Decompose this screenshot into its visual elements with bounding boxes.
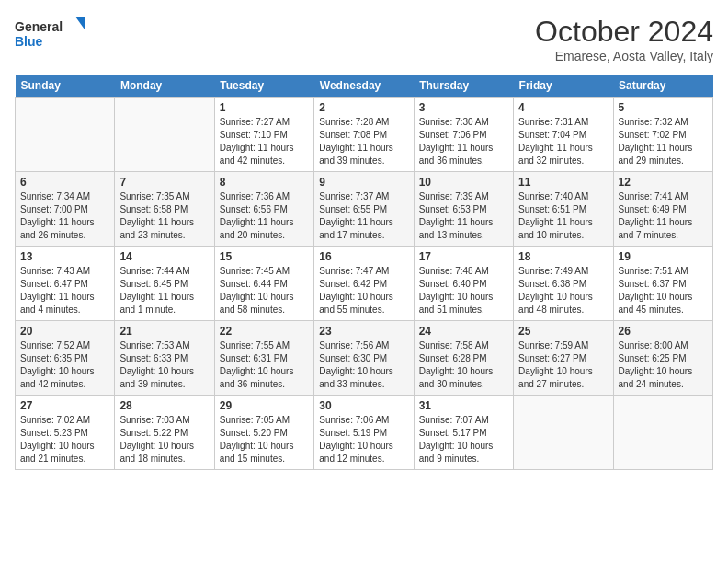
calendar-week-3: 13 Sunrise: 7:43 AMSunset: 6:47 PMDaylig… bbox=[16, 247, 713, 321]
day-number: 1 bbox=[220, 101, 309, 114]
calendar-cell: 3 Sunrise: 7:30 AMSunset: 7:06 PMDayligh… bbox=[414, 98, 513, 172]
day-detail: Sunrise: 7:39 AMSunset: 6:53 PMDaylight:… bbox=[419, 190, 508, 242]
location-subtitle: Emarese, Aosta Valley, Italy bbox=[535, 49, 713, 63]
day-detail: Sunrise: 7:48 AMSunset: 6:40 PMDaylight:… bbox=[419, 265, 508, 316]
day-detail: Sunrise: 7:27 AMSunset: 7:10 PMDaylight:… bbox=[220, 116, 309, 167]
calendar-cell: 28 Sunrise: 7:03 AMSunset: 5:22 PMDaylig… bbox=[115, 396, 214, 470]
calendar-cell: 31 Sunrise: 7:07 AMSunset: 5:17 PMDaylig… bbox=[414, 396, 513, 470]
day-number: 17 bbox=[419, 250, 508, 263]
calendar-cell bbox=[115, 98, 214, 172]
weekday-header-wednesday: Wednesday bbox=[314, 75, 414, 98]
calendar-week-2: 6 Sunrise: 7:34 AMSunset: 7:00 PMDayligh… bbox=[16, 172, 713, 247]
day-number: 24 bbox=[419, 325, 508, 338]
calendar-cell: 30 Sunrise: 7:06 AMSunset: 5:19 PMDaylig… bbox=[314, 396, 414, 470]
calendar-cell: 1 Sunrise: 7:27 AMSunset: 7:10 PMDayligh… bbox=[214, 98, 313, 172]
day-number: 15 bbox=[220, 250, 309, 263]
month-title: October 2024 bbox=[535, 15, 713, 49]
day-detail: Sunrise: 7:58 AMSunset: 6:28 PMDaylight:… bbox=[419, 339, 508, 391]
day-number: 26 bbox=[619, 325, 708, 338]
day-number: 13 bbox=[20, 250, 109, 263]
calendar-cell: 4 Sunrise: 7:31 AMSunset: 7:04 PMDayligh… bbox=[514, 98, 613, 172]
day-detail: Sunrise: 7:07 AMSunset: 5:17 PMDaylight:… bbox=[419, 414, 508, 465]
day-detail: Sunrise: 8:00 AMSunset: 6:25 PMDaylight:… bbox=[619, 339, 708, 391]
day-detail: Sunrise: 7:28 AMSunset: 7:08 PMDaylight:… bbox=[319, 116, 408, 167]
day-number: 5 bbox=[619, 101, 708, 114]
day-detail: Sunrise: 7:45 AMSunset: 6:44 PMDaylight:… bbox=[220, 265, 309, 316]
day-detail: Sunrise: 7:30 AMSunset: 7:06 PMDaylight:… bbox=[419, 116, 508, 167]
weekday-header-row: SundayMondayTuesdayWednesdayThursdayFrid… bbox=[16, 75, 713, 98]
calendar-cell: 22 Sunrise: 7:55 AMSunset: 6:31 PMDaylig… bbox=[214, 321, 313, 396]
calendar-cell: 13 Sunrise: 7:43 AMSunset: 6:47 PMDaylig… bbox=[16, 247, 115, 321]
calendar-cell: 2 Sunrise: 7:28 AMSunset: 7:08 PMDayligh… bbox=[314, 98, 414, 172]
day-detail: Sunrise: 7:53 AMSunset: 6:33 PMDaylight:… bbox=[119, 339, 209, 391]
calendar-cell bbox=[613, 396, 712, 470]
logo: General Blue bbox=[15, 15, 88, 55]
day-number: 6 bbox=[20, 176, 109, 189]
calendar-cell: 16 Sunrise: 7:47 AMSunset: 6:42 PMDaylig… bbox=[314, 247, 414, 321]
day-detail: Sunrise: 7:43 AMSunset: 6:47 PMDaylight:… bbox=[20, 265, 109, 316]
day-detail: Sunrise: 7:02 AMSunset: 5:23 PMDaylight:… bbox=[20, 414, 109, 465]
calendar-table: SundayMondayTuesdayWednesdayThursdayFrid… bbox=[15, 75, 713, 470]
calendar-week-1: 1 Sunrise: 7:27 AMSunset: 7:10 PMDayligh… bbox=[16, 98, 713, 172]
day-number: 18 bbox=[518, 250, 608, 263]
calendar-cell: 20 Sunrise: 7:52 AMSunset: 6:35 PMDaylig… bbox=[16, 321, 115, 396]
calendar-cell: 12 Sunrise: 7:41 AMSunset: 6:49 PMDaylig… bbox=[613, 172, 712, 247]
day-detail: Sunrise: 7:40 AMSunset: 6:51 PMDaylight:… bbox=[518, 190, 608, 242]
calendar-cell: 15 Sunrise: 7:45 AMSunset: 6:44 PMDaylig… bbox=[214, 247, 313, 321]
calendar-week-4: 20 Sunrise: 7:52 AMSunset: 6:35 PMDaylig… bbox=[16, 321, 713, 396]
day-number: 25 bbox=[518, 325, 608, 338]
day-detail: Sunrise: 7:37 AMSunset: 6:55 PMDaylight:… bbox=[319, 190, 408, 242]
day-number: 4 bbox=[518, 101, 608, 114]
day-detail: Sunrise: 7:49 AMSunset: 6:38 PMDaylight:… bbox=[518, 265, 608, 316]
calendar-cell: 10 Sunrise: 7:39 AMSunset: 6:53 PMDaylig… bbox=[414, 172, 513, 247]
calendar-cell: 27 Sunrise: 7:02 AMSunset: 5:23 PMDaylig… bbox=[16, 396, 115, 470]
day-detail: Sunrise: 7:34 AMSunset: 7:00 PMDaylight:… bbox=[20, 190, 109, 242]
calendar-week-5: 27 Sunrise: 7:02 AMSunset: 5:23 PMDaylig… bbox=[16, 396, 713, 470]
svg-marker-2 bbox=[75, 17, 85, 29]
day-number: 29 bbox=[220, 399, 309, 412]
day-number: 12 bbox=[619, 176, 708, 189]
day-number: 9 bbox=[319, 176, 408, 189]
calendar-cell: 26 Sunrise: 8:00 AMSunset: 6:25 PMDaylig… bbox=[613, 321, 712, 396]
day-number: 19 bbox=[619, 250, 708, 263]
day-number: 27 bbox=[20, 399, 109, 412]
weekday-header-monday: Monday bbox=[115, 75, 214, 98]
calendar-cell bbox=[514, 396, 613, 470]
day-detail: Sunrise: 7:32 AMSunset: 7:02 PMDaylight:… bbox=[619, 116, 708, 167]
day-detail: Sunrise: 7:05 AMSunset: 5:20 PMDaylight:… bbox=[220, 414, 309, 465]
day-number: 23 bbox=[319, 325, 408, 338]
weekday-header-sunday: Sunday bbox=[16, 75, 115, 98]
weekday-header-tuesday: Tuesday bbox=[214, 75, 313, 98]
day-detail: Sunrise: 7:55 AMSunset: 6:31 PMDaylight:… bbox=[220, 339, 309, 391]
calendar-cell: 5 Sunrise: 7:32 AMSunset: 7:02 PMDayligh… bbox=[613, 98, 712, 172]
page-header: General Blue October 2024 Emarese, Aosta… bbox=[15, 15, 713, 63]
day-number: 3 bbox=[419, 101, 508, 114]
day-detail: Sunrise: 7:51 AMSunset: 6:37 PMDaylight:… bbox=[619, 265, 708, 316]
calendar-cell: 21 Sunrise: 7:53 AMSunset: 6:33 PMDaylig… bbox=[115, 321, 214, 396]
day-detail: Sunrise: 7:47 AMSunset: 6:42 PMDaylight:… bbox=[319, 265, 408, 316]
calendar-cell bbox=[16, 98, 115, 172]
day-number: 7 bbox=[119, 176, 209, 189]
day-detail: Sunrise: 7:03 AMSunset: 5:22 PMDaylight:… bbox=[119, 414, 209, 465]
day-detail: Sunrise: 7:44 AMSunset: 6:45 PMDaylight:… bbox=[119, 265, 209, 316]
day-detail: Sunrise: 7:41 AMSunset: 6:49 PMDaylight:… bbox=[619, 190, 708, 242]
logo-svg: General Blue bbox=[15, 15, 88, 55]
day-number: 20 bbox=[20, 325, 109, 338]
day-number: 28 bbox=[119, 399, 209, 412]
svg-text:General: General bbox=[15, 19, 63, 34]
calendar-cell: 17 Sunrise: 7:48 AMSunset: 6:40 PMDaylig… bbox=[414, 247, 513, 321]
weekday-header-friday: Friday bbox=[514, 75, 613, 98]
calendar-cell: 24 Sunrise: 7:58 AMSunset: 6:28 PMDaylig… bbox=[414, 321, 513, 396]
day-detail: Sunrise: 7:06 AMSunset: 5:19 PMDaylight:… bbox=[319, 414, 408, 465]
day-detail: Sunrise: 7:35 AMSunset: 6:58 PMDaylight:… bbox=[119, 190, 209, 242]
calendar-cell: 19 Sunrise: 7:51 AMSunset: 6:37 PMDaylig… bbox=[613, 247, 712, 321]
calendar-cell: 8 Sunrise: 7:36 AMSunset: 6:56 PMDayligh… bbox=[214, 172, 313, 247]
svg-text:Blue: Blue bbox=[15, 34, 43, 49]
day-number: 31 bbox=[419, 399, 508, 412]
calendar-cell: 23 Sunrise: 7:56 AMSunset: 6:30 PMDaylig… bbox=[314, 321, 414, 396]
calendar-cell: 9 Sunrise: 7:37 AMSunset: 6:55 PMDayligh… bbox=[314, 172, 414, 247]
calendar-cell: 18 Sunrise: 7:49 AMSunset: 6:38 PMDaylig… bbox=[514, 247, 613, 321]
calendar-cell: 11 Sunrise: 7:40 AMSunset: 6:51 PMDaylig… bbox=[514, 172, 613, 247]
day-number: 8 bbox=[220, 176, 309, 189]
calendar-cell: 7 Sunrise: 7:35 AMSunset: 6:58 PMDayligh… bbox=[115, 172, 214, 247]
